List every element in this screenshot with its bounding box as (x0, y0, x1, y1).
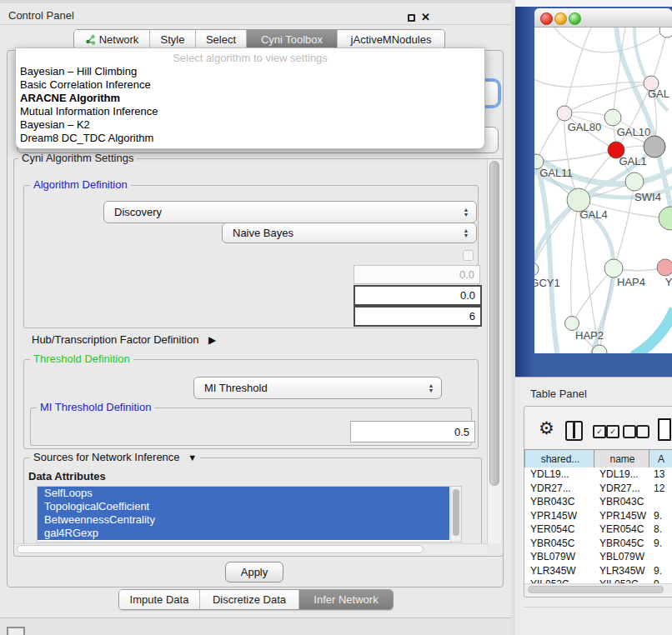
panel-title: Control Panel (8, 9, 74, 22)
table-settings-gear-icon[interactable]: ⚙ (539, 419, 554, 438)
dropdown-item[interactable]: Mutual Information Inference (16, 105, 484, 118)
tab-cyni-toolbox[interactable]: Cyni Toolbox (247, 30, 338, 48)
minimize-window-icon[interactable] (554, 12, 567, 25)
zoom-window-icon[interactable] (569, 12, 581, 25)
dropdown-item-selected[interactable]: ARACNE Algorithm (16, 92, 484, 105)
cell: 9 (649, 578, 672, 583)
node-gcy1[interactable] (534, 262, 539, 276)
docked-panel-icon[interactable] (7, 627, 25, 635)
table-row[interactable]: YPR145W YPR145W 9. (524, 509, 672, 523)
dropdown-item[interactable]: Bayesian – K2 (16, 118, 484, 132)
table-row[interactable]: YLR345W YLR345W 9. (524, 564, 672, 578)
tab-impute-data[interactable]: Impute Data (119, 590, 200, 609)
settings-horizontal-scrollbar[interactable] (14, 543, 487, 554)
select-all-icon[interactable]: ✓ (606, 425, 619, 438)
dropdown-item[interactable]: Dream8 DC_TDC Algorithm (16, 132, 484, 145)
node-green[interactable] (659, 207, 672, 230)
network-canvas[interactable]: GAL GAL80 GAL10 GAL1 GAL11 SWI4 GAL4 GCY… (534, 28, 672, 353)
tab-jactivemnodules[interactable]: jActiveMNodules (338, 30, 444, 48)
float-panel-icon[interactable] (408, 14, 415, 22)
node-gray[interactable] (644, 136, 665, 158)
cell: YDR27... (594, 482, 649, 496)
which-threshold-combo[interactable]: MI Threshold ▲▼ (193, 377, 442, 399)
mi-steps-field[interactable]: 6 (354, 306, 482, 327)
select-all-icon[interactable]: ✓ (593, 425, 606, 438)
tab-network[interactable]: Network (74, 30, 150, 48)
sources-toggle[interactable]: Sources for Network Inference ▼ (30, 452, 200, 463)
list-item[interactable]: gal4RGexp (38, 527, 449, 540)
mi-algorithm-type-value: Naive Bayes (223, 227, 459, 239)
new-table-icon[interactable] (658, 418, 671, 441)
settings-vertical-scrollbar[interactable] (487, 159, 501, 543)
node-label: GAL4 (579, 208, 607, 221)
tab-infer-network[interactable]: Infer Network (299, 590, 393, 609)
node[interactable] (659, 28, 672, 38)
node-hap4[interactable] (604, 259, 623, 278)
node-swi4[interactable] (625, 172, 644, 191)
mi-steps-value: 6 (469, 310, 475, 322)
kernel-width-field[interactable]: 0.0 (354, 265, 480, 284)
column-header-name[interactable]: name (594, 449, 651, 469)
combo-arrows-icon: ▲▼ (459, 228, 473, 238)
node-label: Y (665, 276, 672, 288)
table-row[interactable]: YBL079W YBL079W (524, 550, 672, 564)
control-panel-tabbar: Network Style Select Cyni Toolbox jActiv… (73, 29, 445, 49)
dpi-tolerance-field[interactable]: 0.0 (354, 285, 482, 306)
cell (649, 550, 672, 564)
column-layout-icon[interactable] (565, 421, 583, 441)
dpi-tolerance-value: 0.0 (460, 289, 475, 302)
table-row[interactable]: YER054C YER054C 8. (524, 522, 672, 537)
tab-cyni-toolbox-label: Cyni Toolbox (261, 33, 323, 46)
cell: YIL052C (524, 578, 594, 583)
table-row[interactable]: YIL052C YIL052C 9 (524, 578, 672, 583)
close-panel-icon[interactable]: ✕ (421, 11, 430, 23)
cell: 9. (649, 509, 672, 523)
table-row[interactable]: YDR27... YDR27... 12 (524, 482, 672, 496)
cell: 12 (649, 482, 672, 496)
node-gal10[interactable] (604, 109, 621, 126)
aracne-mode-combo[interactable]: Discovery ▲▼ (103, 201, 477, 223)
cell: YPR145W (524, 509, 594, 523)
table-horizontal-scrollbar[interactable] (524, 583, 672, 593)
table-row[interactable]: YDL19... YDL19... 13 (524, 468, 672, 482)
cell: YER054C (594, 522, 649, 537)
node-hap2[interactable] (565, 317, 579, 331)
apply-button[interactable]: Apply (225, 562, 283, 582)
node-label: GAL (648, 88, 669, 100)
mi-threshold-value: 0.5 (454, 426, 469, 438)
deselect-all-icon[interactable] (636, 425, 649, 438)
list-item[interactable]: TopologicalCoefficient (38, 500, 449, 513)
mi-threshold-definition-title: MI Threshold Definition (37, 402, 154, 413)
sources-title: Sources for Network Inference (33, 451, 180, 463)
list-item[interactable]: SelfLoops (38, 487, 449, 500)
deselect-all-icon[interactable] (623, 425, 636, 438)
manual-kernel-width-checkbox[interactable] (463, 250, 474, 261)
close-window-icon[interactable] (540, 12, 553, 25)
threshold-definition-title: Threshold Definition (30, 353, 133, 365)
cell: 9. (649, 564, 672, 578)
node-salmon[interactable] (657, 259, 672, 276)
column-header-clipped[interactable]: A (649, 449, 672, 469)
list-scrollbar[interactable] (450, 487, 461, 542)
node-gal80[interactable] (557, 106, 572, 121)
table-row[interactable]: YBR045C YBR045C 9. (524, 537, 672, 551)
tab-style[interactable]: Style (150, 30, 196, 48)
node-label: SWI4 (634, 191, 661, 203)
tab-select[interactable]: Select (196, 30, 247, 48)
mi-threshold-field[interactable]: 0.5 (350, 421, 475, 442)
network-window-titlebar[interactable] (534, 8, 672, 28)
expand-triangle-icon: ▶ (208, 334, 216, 346)
tab-discretize-data-label: Discretize Data (213, 593, 286, 606)
cell: YDL19... (524, 468, 594, 482)
hub-tf-definition-toggle[interactable]: Hub/Transcription Factor Definition ▶ (32, 333, 216, 346)
list-item[interactable]: BetweennessCentrality (38, 513, 449, 527)
dropdown-item[interactable]: Basic Correlation Inference (16, 78, 484, 92)
tab-discretize-data[interactable]: Discretize Data (200, 590, 299, 609)
cell: YIL052C (594, 578, 649, 583)
cell: YLR345W (594, 564, 649, 578)
mi-algorithm-type-combo[interactable]: Naive Bayes ▲▼ (222, 222, 477, 243)
hub-tf-definition-label: Hub/Transcription Factor Definition (32, 333, 198, 346)
column-header-shared-name[interactable]: shared... (524, 449, 596, 469)
dropdown-item[interactable]: Bayesian – Hill Climbing (16, 65, 484, 78)
table-row[interactable]: YBR043C YBR043C (524, 495, 672, 509)
